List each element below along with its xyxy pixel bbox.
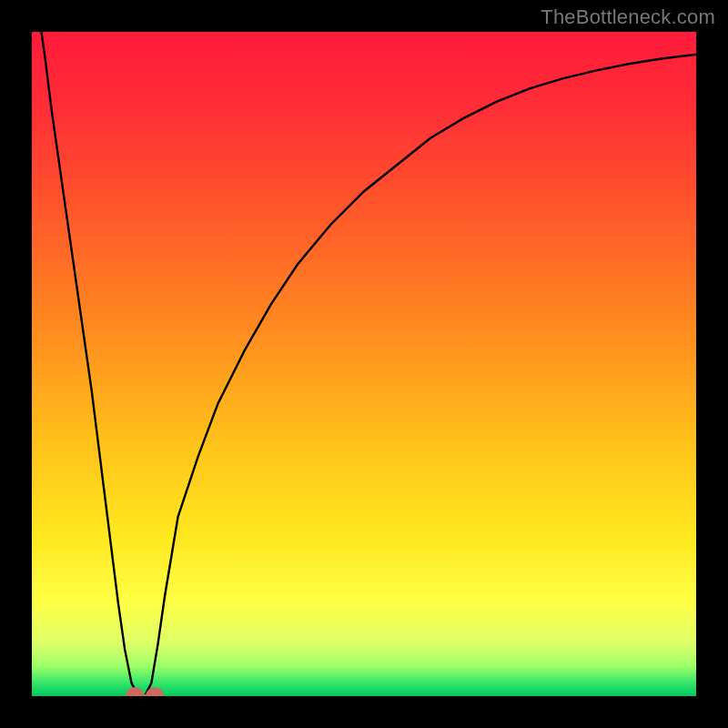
- min-marker-bridge: [135, 694, 155, 696]
- curve-layer: [32, 32, 696, 696]
- plot-area: [32, 32, 696, 696]
- watermark-text: TheBottleneck.com: [541, 5, 715, 29]
- bottleneck-curve: [32, 32, 696, 696]
- chart-frame: TheBottleneck.com: [0, 0, 728, 728]
